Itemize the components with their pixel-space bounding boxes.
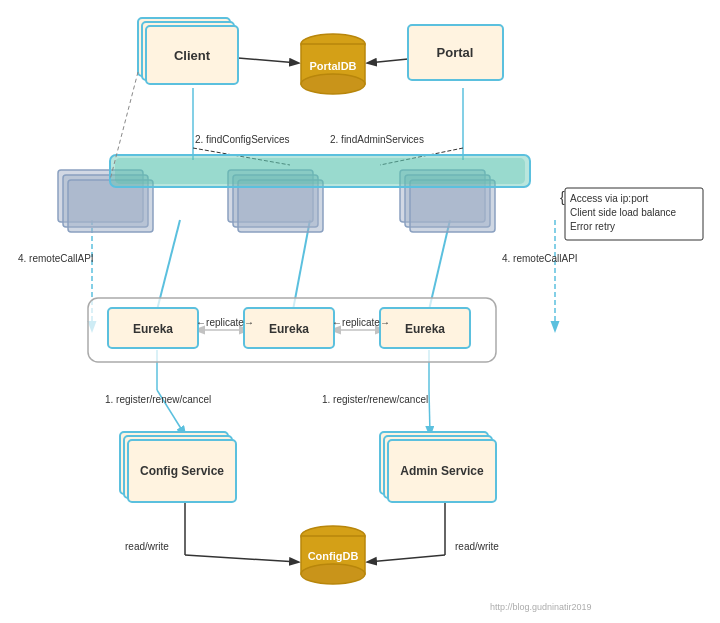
svg-point-62 [301, 564, 365, 584]
svg-text:read/write: read/write [125, 541, 169, 552]
svg-rect-33 [115, 158, 525, 184]
svg-text:PortalDB: PortalDB [309, 60, 356, 72]
svg-text:Error retry: Error retry [570, 221, 615, 232]
svg-point-40 [301, 74, 365, 94]
svg-text:Eureka: Eureka [269, 322, 309, 336]
svg-text:Eureka: Eureka [405, 322, 445, 336]
svg-text:1. register/renew/cancel: 1. register/renew/cancel [322, 394, 428, 405]
svg-text:ConfigDB: ConfigDB [308, 550, 359, 562]
svg-text:http://blog.gudninatir2019: http://blog.gudninatir2019 [490, 602, 592, 612]
svg-text:Client: Client [174, 48, 211, 63]
svg-text:read/write: read/write [455, 541, 499, 552]
svg-text:Admin Service: Admin Service [400, 464, 484, 478]
svg-text:4. remoteCallAPI: 4. remoteCallAPI [18, 253, 94, 264]
svg-text:2. findConfigServices: 2. findConfigServices [195, 134, 290, 145]
svg-text:2. findAdminServices: 2. findAdminServices [330, 134, 424, 145]
svg-text:1. register/renew/cancel: 1. register/renew/cancel [105, 394, 211, 405]
diagram: Client PortalDB Portal Eureka Eureka Eur… [0, 0, 720, 623]
svg-line-15 [429, 390, 430, 435]
svg-text:4. remoteCallAPI: 4. remoteCallAPI [502, 253, 578, 264]
svg-text:Config Service: Config Service [140, 464, 224, 478]
svg-text:←replicate→: ←replicate→ [196, 317, 254, 328]
svg-text:Portal: Portal [437, 45, 474, 60]
svg-text:Access via ip:port: Access via ip:port [570, 193, 649, 204]
svg-text:←replicate→: ←replicate→ [332, 317, 390, 328]
svg-text:Eureka: Eureka [133, 322, 173, 336]
svg-text:Client side load balance: Client side load balance [570, 207, 677, 218]
svg-text:{: { [560, 189, 565, 205]
